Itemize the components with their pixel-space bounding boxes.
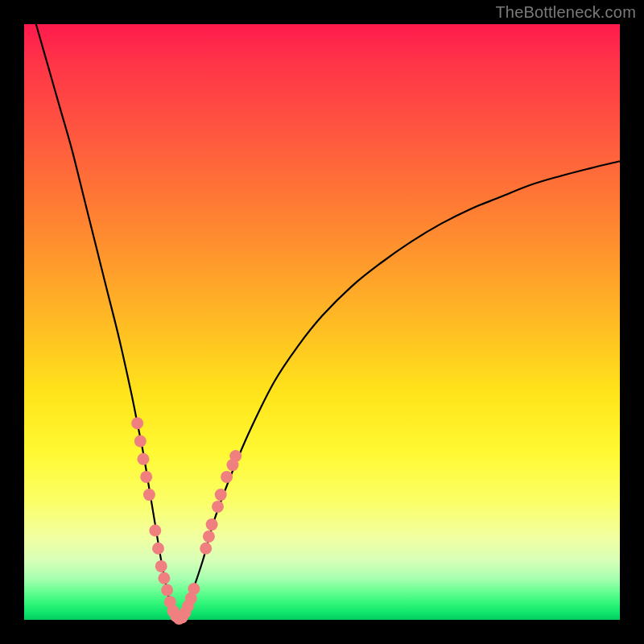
curve-marker xyxy=(161,584,173,597)
curve-marker xyxy=(221,471,233,483)
curve-marker xyxy=(158,572,170,584)
curve-marker xyxy=(140,471,152,483)
curve-marker xyxy=(131,417,143,429)
curve-marker xyxy=(188,583,200,595)
bottleneck-curve-path xyxy=(36,24,620,620)
curve-marker xyxy=(155,560,167,572)
curve-marker xyxy=(200,543,212,555)
plot-area xyxy=(24,24,620,620)
bottleneck-curve-svg xyxy=(24,24,620,620)
curve-marker xyxy=(149,525,161,537)
curve-marker xyxy=(152,543,164,555)
curve-marker xyxy=(143,489,155,501)
watermark-text: TheBottleneck.com xyxy=(495,3,636,22)
curve-marker xyxy=(229,450,242,462)
curve-marker xyxy=(215,489,227,501)
curve-marker xyxy=(206,518,218,530)
curve-marker xyxy=(203,530,215,543)
curve-marker xyxy=(134,436,147,448)
chart-frame: TheBottleneck.com xyxy=(0,0,644,644)
curve-marker xyxy=(138,453,150,465)
curve-marker xyxy=(212,501,224,513)
curve-markers xyxy=(131,417,242,625)
